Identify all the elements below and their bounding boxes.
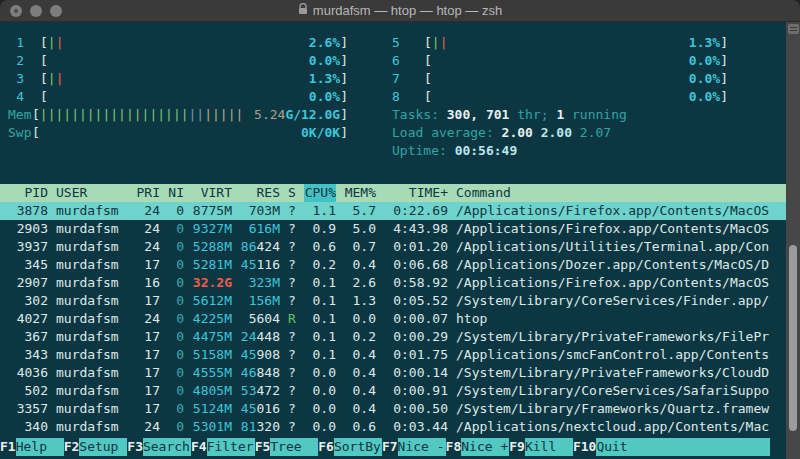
scrollbar-menu-icon[interactable] (788, 24, 799, 34)
res-cell: 45908 (240, 346, 280, 364)
process-row[interactable]: 3937murdafsm2405288M86424?0.60.70:01.20/… (0, 238, 786, 256)
column-header-virt[interactable]: VIRT (192, 184, 232, 202)
time-cell: 0:06.68 (384, 256, 448, 274)
fkey-key-f2[interactable]: F2 (64, 438, 80, 456)
fkey-key-f10[interactable]: F10 (573, 438, 596, 456)
res-high-part: 45 (241, 257, 257, 272)
fkey-key-f8[interactable]: F8 (446, 438, 462, 456)
scrollbar-thumb[interactable] (789, 245, 797, 431)
cpu-bar: || (48, 70, 309, 88)
column-header-ni[interactable]: NI (168, 184, 184, 202)
fkey-label-sortby[interactable]: SortBy (334, 438, 382, 456)
fkey-key-f6[interactable]: F6 (318, 438, 334, 456)
fkey-key-f4[interactable]: F4 (191, 438, 207, 456)
state-cell: ? (288, 346, 296, 364)
process-row[interactable]: 3878murdafsm2408775M703M?1.15.70:22.69/A… (0, 202, 786, 220)
fkey-label-kill[interactable]: Kill (525, 438, 573, 456)
user-cell: murdafsm (56, 202, 128, 220)
cpu-meter: 6[0.0%] (392, 52, 728, 70)
tasks-summary-segment: 300, (447, 107, 486, 122)
fkey-key-f9[interactable]: F9 (509, 438, 525, 456)
res-high-part: 24 (241, 329, 257, 344)
column-header-mem[interactable]: MEM% (344, 184, 376, 202)
meter-open-bracket: [ (40, 70, 48, 88)
command-cell: /System/Library/CoreServices/Finder.app/ (456, 292, 786, 310)
res-high-part: 323M (249, 275, 280, 290)
fkey-label-tree[interactable]: Tree (270, 438, 318, 456)
fkey-label-nice-[interactable]: Nice - (398, 438, 446, 456)
time-cell: 0:58.92 (384, 274, 448, 292)
cpu-meter: 1[||2.6%] (8, 34, 348, 52)
terminal-scrollbar[interactable] (786, 22, 800, 459)
process-row[interactable]: 502murdafsm1704805M53472?0.00.40:00.91/S… (0, 382, 786, 400)
terminal-window: murdafsm — htop — htop — zsh 1[||2.6%]2[… (0, 0, 800, 459)
lock-icon (298, 2, 308, 20)
cpu-bar (432, 70, 689, 88)
fkey-label-setup[interactable]: Setup (79, 438, 127, 456)
cpu-percent: 0.0% (689, 70, 720, 88)
res-cell: 53472 (240, 382, 280, 400)
memory-buffer-ticks: || (189, 107, 205, 122)
fkey-label-filter[interactable]: Filter (207, 438, 255, 456)
process-row[interactable]: 4027murdafsm2404225M5604R0.10.00:00.07ht… (0, 310, 786, 328)
fkey-label-nice+[interactable]: Nice + (461, 438, 509, 456)
pid-cell: 345 (8, 256, 48, 274)
res-high-part: 86 (241, 239, 257, 254)
meter-open-bracket: [ (32, 106, 40, 124)
process-table-header: PIDUSERPRINIVIRTRESSCPU%MEM%TIME+Command (0, 184, 786, 202)
cpu-meter: 4[0.0%] (8, 88, 348, 106)
state-cell: ? (288, 202, 296, 220)
pid-cell: 343 (8, 346, 48, 364)
priority-cell: 24 (136, 238, 160, 256)
virt-cell: 8775M (192, 202, 232, 220)
res-high-part: 81 (241, 419, 257, 434)
cpu-id: 7 (392, 70, 408, 88)
column-header-cpu[interactable]: CPU% (304, 184, 336, 202)
process-row[interactable]: 302murdafsm1705612M156M?0.11.30:05.52/Sy… (0, 292, 786, 310)
column-header-user[interactable]: USER (56, 184, 128, 202)
mem-percent-cell: 0.4 (344, 400, 376, 418)
process-table: 3878murdafsm2408775M703M?1.15.70:22.69/A… (0, 202, 786, 436)
fkey-key-f5[interactable]: F5 (255, 438, 271, 456)
fkey-key-f1[interactable]: F1 (0, 438, 16, 456)
process-row[interactable]: 3357murdafsm1705124M45016?0.00.40:00.50/… (0, 400, 786, 418)
fkey-label-search[interactable]: Search (143, 438, 191, 456)
process-row[interactable]: 4036murdafsm1704555M46848?0.00.40:00.14/… (0, 364, 786, 382)
user-cell: murdafsm (56, 256, 128, 274)
cpu-percent-cell: 0.1 (304, 310, 336, 328)
process-row[interactable]: 2907murdafsm16032.2G323M?0.12.60:58.92/A… (0, 274, 786, 292)
cpu-id: 2 (8, 52, 24, 70)
res-cell: 5604 (240, 310, 280, 328)
cpu-percent: 1.3% (689, 34, 720, 52)
column-header-res[interactable]: RES (240, 184, 280, 202)
cpu-percent: 0.0% (689, 88, 720, 106)
mem-percent-cell: 1.3 (344, 292, 376, 310)
process-row[interactable]: 2903murdafsm2409327M616M?0.95.04:43.98/A… (0, 220, 786, 238)
priority-cell: 17 (136, 292, 160, 310)
res-high-part: 703M (249, 203, 280, 218)
fkey-key-f3[interactable]: F3 (127, 438, 143, 456)
fkey-label-quit[interactable]: Quit (596, 438, 770, 456)
pid-cell: 3937 (8, 238, 48, 256)
fkey-key-f7[interactable]: F7 (382, 438, 398, 456)
column-header-s[interactable]: S (288, 184, 296, 202)
res-low-part: 320 (257, 419, 280, 434)
pid-cell: 4027 (8, 310, 48, 328)
cpu-meter: 8[0.0%] (392, 88, 728, 106)
process-row[interactable]: 367murdafsm1704475M24448?0.10.20:00.29/S… (0, 328, 786, 346)
swap-bar (40, 124, 301, 142)
column-header-cmd[interactable]: Command (456, 184, 786, 202)
user-cell: murdafsm (56, 418, 128, 436)
process-row[interactable]: 345murdafsm1705281M45116?0.20.40:06.68/A… (0, 256, 786, 274)
column-header-pri[interactable]: PRI (136, 184, 160, 202)
priority-cell: 17 (136, 400, 160, 418)
priority-cell: 24 (136, 310, 160, 328)
meter-close-bracket: ] (340, 70, 348, 88)
column-header-pid[interactable]: PID (8, 184, 48, 202)
meter-close-bracket: ] (720, 52, 728, 70)
virt-cell: 5288M (192, 238, 232, 256)
process-row[interactable]: 340murdafsm2405301M81320?0.00.60:03.44/A… (0, 418, 786, 436)
fkey-label-help[interactable]: Help (16, 438, 64, 456)
process-row[interactable]: 343murdafsm1705158M45908?0.10.40:01.75/A… (0, 346, 786, 364)
column-header-time[interactable]: TIME+ (384, 184, 448, 202)
